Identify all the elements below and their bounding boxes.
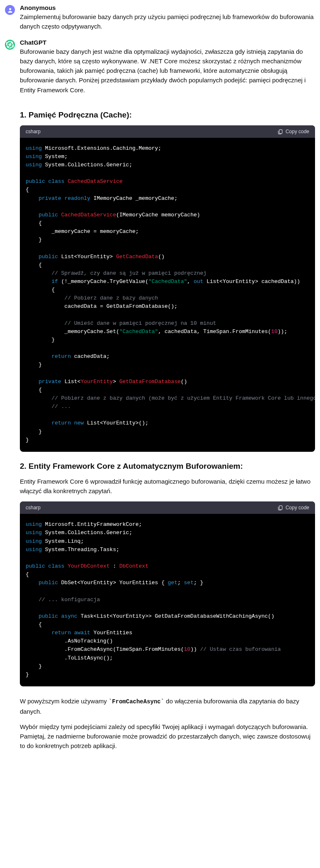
inline-code: `FromCacheAsync`: [108, 698, 164, 705]
user-author: Anonymous: [20, 4, 315, 11]
bot-author: ChatGPT: [20, 39, 315, 46]
clipboard-icon: [277, 129, 283, 134]
user-text: Zaimplementuj buforowanie bazy danych pr…: [20, 12, 315, 31]
code-block-2: csharp Copy code using Microsoft.EntityF…: [20, 501, 315, 686]
copy-label: Copy code: [286, 129, 309, 134]
code-content-1: using Microsoft.Extensions.Caching.Memor…: [20, 138, 315, 452]
user-message: Anonymous Zaimplementuj buforowanie bazy…: [0, 3, 320, 38]
copy-code-button[interactable]: Copy code: [277, 505, 309, 511]
code-content-2: using Microsoft.EntityFrameworkCore; usi…: [20, 514, 315, 686]
bot-message: ChatGPT Buforowanie bazy danych jest waż…: [0, 38, 320, 105]
code-lang-label: csharp: [26, 129, 41, 134]
copy-code-button[interactable]: Copy code: [277, 129, 309, 134]
svg-rect-1: [279, 129, 282, 133]
copy-label: Copy code: [286, 505, 309, 511]
outro-para-2: Wybór między tymi podejściami zależy od …: [20, 722, 315, 751]
code-lang-label: csharp: [26, 505, 41, 511]
bot-avatar-icon: [5, 40, 15, 50]
outro-para-1: W powyższym kodzie używamy `FromCacheAsy…: [20, 696, 315, 716]
user-avatar-icon: [5, 5, 15, 15]
section-2-title: 2. Entity Framework Core z Automatycznym…: [20, 462, 315, 471]
section-2-intro: Entity Framework Core 6 wprowadził funkc…: [20, 477, 315, 496]
code-header: csharp Copy code: [20, 125, 315, 138]
svg-rect-2: [279, 506, 282, 510]
svg-point-0: [9, 8, 11, 10]
section-1-title: 1. Pamięć Podręczna (Cache):: [20, 110, 315, 120]
bot-intro: Buforowanie bazy danych jest ważne dla o…: [20, 47, 315, 95]
clipboard-icon: [277, 505, 283, 511]
code-header: csharp Copy code: [20, 501, 315, 514]
code-block-1: csharp Copy code using Microsoft.Extensi…: [20, 125, 315, 452]
